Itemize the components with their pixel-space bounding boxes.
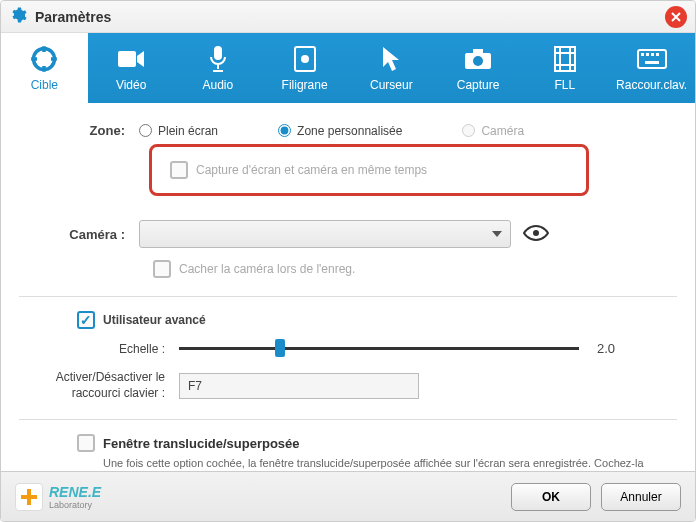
tab-label: Cible: [31, 78, 58, 92]
svg-rect-8: [555, 47, 575, 71]
checkbox-translucent[interactable]: Fenêtre translucide/superposée: [77, 434, 677, 452]
tab-bar: Cible Vidéo Audio Filigrane Curseur Capt…: [1, 33, 695, 103]
svg-rect-17: [21, 495, 37, 499]
camera-label: Caméra :: [19, 227, 139, 242]
brand: RENE.E Laboratory: [15, 483, 501, 511]
svg-rect-1: [118, 51, 136, 67]
checkbox-icon: [170, 161, 188, 179]
tab-cible[interactable]: Cible: [1, 33, 88, 103]
hotkey-row: Activer/Désactiver le raccourci clavier …: [19, 370, 677, 401]
film-icon: [553, 44, 577, 74]
target-icon: [30, 44, 58, 74]
radio-fullscreen[interactable]: Plein écran: [139, 124, 218, 138]
microphone-icon: [208, 44, 228, 74]
preview-button[interactable]: [523, 224, 549, 245]
tab-label: Vidéo: [116, 78, 146, 92]
video-icon: [117, 44, 145, 74]
checkbox-hide-camera: Cacher la caméra lors de l'enreg.: [153, 260, 677, 278]
checkbox-icon: [77, 434, 95, 452]
close-button[interactable]: [665, 6, 687, 28]
checkbox-capture-both: Capture d'écran et caméra en même temps: [170, 161, 568, 179]
svg-rect-12: [651, 53, 654, 56]
radio-camera: Caméra: [462, 124, 524, 138]
zone-row: Zone: Plein écran Zone personnalisée Cam…: [19, 123, 677, 138]
svg-rect-11: [646, 53, 649, 56]
svg-rect-6: [473, 49, 483, 54]
titlebar: Paramètres: [1, 1, 695, 33]
tab-label: Raccour.clav.: [616, 78, 687, 92]
scale-value: 2.0: [597, 341, 615, 356]
camera-row: Caméra :: [19, 220, 677, 248]
content-area: Zone: Plein écran Zone personnalisée Cam…: [1, 103, 695, 487]
gear-icon: [9, 6, 27, 28]
svg-point-4: [301, 55, 309, 63]
svg-rect-10: [641, 53, 644, 56]
scale-label: Echelle :: [19, 342, 179, 356]
scale-row: Echelle : 2.0: [19, 341, 677, 356]
tab-label: Curseur: [370, 78, 413, 92]
footer: RENE.E Laboratory OK Annuler: [1, 471, 695, 521]
tab-label: Capture: [457, 78, 500, 92]
window-title: Paramètres: [35, 9, 665, 25]
zone-label: Zone:: [19, 123, 139, 138]
tab-capture[interactable]: Capture: [435, 33, 522, 103]
hotkey-input[interactable]: F7: [179, 373, 419, 399]
watermark-icon: [293, 44, 317, 74]
checkbox-icon: [153, 260, 171, 278]
eye-icon: [523, 224, 549, 242]
tab-curseur[interactable]: Curseur: [348, 33, 435, 103]
svg-rect-13: [656, 53, 659, 56]
checkbox-advanced-user[interactable]: Utilisateur avancé: [77, 311, 677, 329]
highlight-box: Capture d'écran et caméra en même temps: [149, 144, 589, 196]
brand-text: RENE.E Laboratory: [49, 484, 101, 510]
camera-select[interactable]: [139, 220, 511, 248]
camera-icon: [464, 44, 492, 74]
ok-button[interactable]: OK: [511, 483, 591, 511]
chevron-down-icon: [492, 231, 502, 237]
cursor-icon: [381, 44, 401, 74]
hotkey-label: Activer/Désactiver le raccourci clavier …: [19, 370, 179, 401]
tab-raccourci[interactable]: Raccour.clav.: [608, 33, 695, 103]
scale-slider[interactable]: [179, 347, 579, 350]
svg-point-7: [473, 56, 483, 66]
radio-custom-zone[interactable]: Zone personnalisée: [278, 124, 402, 138]
cancel-button[interactable]: Annuler: [601, 483, 681, 511]
tab-label: Filigrane: [282, 78, 328, 92]
svg-point-15: [533, 230, 539, 236]
tab-label: FLL: [555, 78, 576, 92]
divider: [19, 419, 677, 420]
svg-rect-14: [645, 61, 659, 64]
tab-fll[interactable]: FLL: [522, 33, 609, 103]
divider: [19, 296, 677, 297]
svg-rect-2: [214, 46, 222, 60]
slider-thumb[interactable]: [275, 339, 285, 357]
tab-label: Audio: [203, 78, 234, 92]
checkbox-checked-icon: [77, 311, 95, 329]
tab-video[interactable]: Vidéo: [88, 33, 175, 103]
tab-audio[interactable]: Audio: [175, 33, 262, 103]
brand-logo-icon: [15, 483, 43, 511]
tab-filigrane[interactable]: Filigrane: [261, 33, 348, 103]
svg-rect-9: [638, 50, 666, 68]
keyboard-icon: [637, 44, 667, 74]
